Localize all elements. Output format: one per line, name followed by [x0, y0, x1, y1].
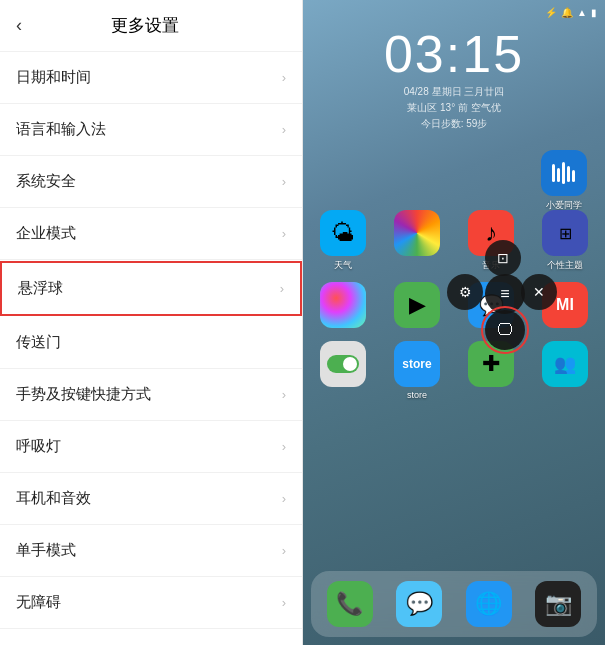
float-circle-top[interactable]: ⊡	[485, 240, 521, 276]
settings-item-audio[interactable]: 耳机和音效›	[0, 473, 302, 525]
float-circle-center[interactable]: ≡	[485, 274, 525, 314]
dock-messages[interactable]: 💬	[396, 581, 442, 627]
clock-date-line3: 今日步数: 59步	[303, 116, 605, 132]
svg-rect-3	[567, 166, 570, 182]
dock-messages-icon: 💬	[406, 591, 433, 617]
app-colorball-icon	[320, 282, 366, 328]
settings-item-label-enterprise: 企业模式	[16, 224, 76, 243]
clock-area: 03:15 04/28 星期日 三月廿四 莱山区 13° 前 空气优 今日步数:…	[303, 28, 605, 132]
settings-item-accessibility[interactable]: 无障碍›	[0, 577, 302, 629]
float-left-icon: ⚙	[459, 284, 472, 300]
app-toggle[interactable]	[311, 341, 375, 400]
clock-date-line2: 莱山区 13° 前 空气优	[303, 100, 605, 116]
chevron-icon-audio: ›	[282, 491, 286, 506]
dock-camera-icon: 📷	[545, 591, 572, 617]
svg-rect-0	[552, 164, 555, 182]
phone-screen: ⚡ 🔔 ▲ ▮ 03:15 04/28 星期日 三月廿四 莱山区 13° 前 空…	[303, 0, 605, 645]
chevron-icon-gesture: ›	[282, 387, 286, 402]
dock-browser-icon: 🌐	[475, 591, 502, 617]
svg-rect-4	[572, 170, 575, 182]
app-xiaoai-icon	[541, 150, 587, 196]
bluetooth-icon: ⚡	[545, 7, 557, 18]
wifi-icon: ▲	[577, 7, 587, 18]
settings-item-security[interactable]: 系统安全›	[0, 156, 302, 208]
dock-phone[interactable]: 📞	[327, 581, 373, 627]
clock-info: 04/28 星期日 三月廿四 莱山区 13° 前 空气优 今日步数: 59步	[303, 84, 605, 132]
settings-item-label-breathlight: 呼吸灯	[16, 437, 61, 456]
float-circle-left[interactable]: ⚙	[447, 274, 483, 310]
app-weather[interactable]: 🌤 天气	[311, 210, 375, 272]
settings-item-label-gesture: 手势及按键快捷方式	[16, 385, 151, 404]
chevron-icon-datetime: ›	[282, 70, 286, 85]
settings-list: 日期和时间›语言和输入法›系统安全›企业模式›悬浮球›传送门手势及按键快捷方式›…	[0, 52, 302, 645]
settings-item-breathlight[interactable]: 呼吸灯›	[0, 421, 302, 473]
dock-phone-icon: 📞	[336, 591, 363, 617]
settings-item-enterprise[interactable]: 企业模式›	[0, 208, 302, 260]
settings-item-transfer[interactable]: 传送门	[0, 317, 302, 369]
float-circle-bottom[interactable]: 🖵	[485, 310, 525, 350]
settings-item-language[interactable]: 语言和输入法›	[0, 104, 302, 156]
app-theme-art[interactable]	[385, 210, 449, 272]
app-xiaoai[interactable]: 小爱同学	[541, 150, 587, 212]
settings-item-datetime[interactable]: 日期和时间›	[0, 52, 302, 104]
settings-item-label-datetime: 日期和时间	[16, 68, 91, 87]
volume-icon: 🔔	[561, 7, 573, 18]
app-colorball[interactable]	[311, 282, 375, 331]
app-store[interactable]: store store	[385, 341, 449, 400]
float-top-icon: ⊡	[497, 250, 509, 266]
settings-item-label-security: 系统安全	[16, 172, 76, 191]
floating-ball-overlay: ≡ ⊡ ✕ 🖵 ⚙	[451, 240, 561, 350]
app-weather-icon: 🌤	[320, 210, 366, 256]
app-video[interactable]: ▶	[385, 282, 449, 331]
clock-date-line1: 04/28 星期日 三月廿四	[303, 84, 605, 100]
chevron-icon-onehand: ›	[282, 543, 286, 558]
float-right-icon: ✕	[533, 284, 545, 300]
settings-item-label-onehand: 单手模式	[16, 541, 76, 560]
dock: 📞 💬 🌐 📷	[311, 571, 597, 637]
back-button[interactable]: ‹	[16, 15, 22, 36]
app-art-icon	[394, 210, 440, 256]
settings-title: 更多设置	[32, 14, 258, 37]
dock-camera[interactable]: 📷	[535, 581, 581, 627]
settings-item-label-audio: 耳机和音效	[16, 489, 91, 508]
settings-item-gesture[interactable]: 手势及按键快捷方式›	[0, 369, 302, 421]
settings-panel: ‹ 更多设置 日期和时间›语言和输入法›系统安全›企业模式›悬浮球›传送门手势及…	[0, 0, 303, 645]
settings-item-label-language: 语言和输入法	[16, 120, 106, 139]
status-bar: ⚡ 🔔 ▲ ▮	[303, 0, 605, 24]
battery-icon: ▮	[591, 7, 597, 18]
clock-time: 03:15	[303, 28, 605, 80]
app-weather-label: 天气	[334, 259, 352, 272]
chevron-icon-floatball: ›	[280, 281, 284, 296]
chevron-icon-breathlight: ›	[282, 439, 286, 454]
app-toggle-icon	[320, 341, 366, 387]
float-circle-right[interactable]: ✕	[521, 274, 557, 310]
status-icons: ⚡ 🔔 ▲ ▮	[545, 7, 597, 18]
chevron-icon-language: ›	[282, 122, 286, 137]
dock-browser[interactable]: 🌐	[466, 581, 512, 627]
settings-header: ‹ 更多设置	[0, 0, 302, 52]
settings-item-print[interactable]: 打印›	[0, 629, 302, 645]
app-row-xiaoai: 小爱同学	[303, 150, 605, 212]
float-bottom-icon: 🖵	[497, 321, 513, 339]
settings-item-label-accessibility: 无障碍	[16, 593, 61, 612]
float-center-icon: ≡	[500, 285, 509, 303]
svg-rect-2	[562, 162, 565, 184]
settings-item-floatball[interactable]: 悬浮球›	[0, 261, 302, 316]
chevron-icon-accessibility: ›	[282, 595, 286, 610]
app-store-icon: store	[394, 341, 440, 387]
svg-rect-1	[557, 168, 560, 182]
chevron-icon-enterprise: ›	[282, 226, 286, 241]
app-video-icon: ▶	[394, 282, 440, 328]
settings-item-label-floatball: 悬浮球	[18, 279, 63, 298]
settings-item-label-transfer: 传送门	[16, 333, 61, 352]
settings-item-onehand[interactable]: 单手模式›	[0, 525, 302, 577]
chevron-icon-security: ›	[282, 174, 286, 189]
app-store-label: store	[407, 390, 427, 400]
